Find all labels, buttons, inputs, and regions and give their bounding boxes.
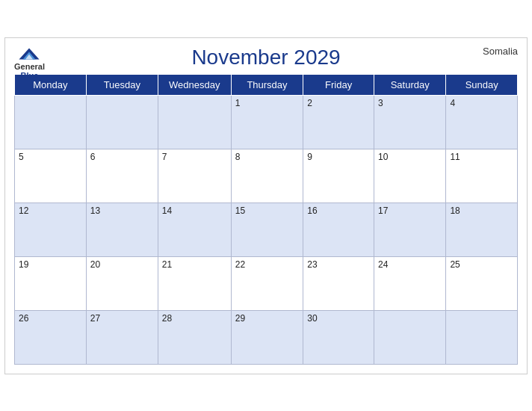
day-number: 16 [307,206,317,216]
calendar-cell: 6 [86,149,158,203]
day-number: 12 [19,206,28,216]
header-tuesday: Tuesday [86,74,158,95]
day-number: 7 [162,152,167,162]
calendar-cell: 27 [86,310,158,364]
calendar-cell: 20 [86,256,158,310]
day-number: 10 [378,152,388,162]
day-number: 22 [235,259,245,270]
day-number: 6 [90,152,96,162]
calendar-cell: 7 [158,149,231,203]
calendar-week-3: 19202122232425 [15,256,518,310]
calendar-table: Monday Tuesday Wednesday Thursday Friday… [14,74,518,365]
day-number: 9 [307,152,312,162]
logo-icon [16,46,43,62]
calendar-week-4: 2627282930 [15,310,518,364]
day-number: 28 [162,313,172,324]
day-number: 3 [378,98,383,108]
calendar-cell: 24 [374,256,446,310]
calendar-cell: 11 [446,149,518,203]
calendar-cell: 28 [158,310,231,364]
calendar: General Blue November 2029 Somalia Monda… [4,37,528,374]
calendar-cell: 21 [158,256,231,310]
day-number: 20 [90,259,100,270]
calendar-cell: 8 [231,149,303,203]
header-friday: Friday [303,74,374,95]
calendar-cell: 16 [303,203,374,256]
header-saturday: Saturday [374,74,446,95]
header-thursday: Thursday [231,74,303,95]
day-number: 29 [235,313,245,324]
calendar-cell: 4 [446,95,518,149]
calendar-cell: 26 [15,310,87,364]
calendar-cell: 18 [446,203,518,256]
day-number: 23 [307,259,317,270]
day-number: 27 [90,313,100,324]
day-number: 8 [235,152,241,162]
day-number: 17 [378,206,388,216]
day-number: 14 [162,206,172,216]
country-label: Somalia [483,46,518,57]
day-number: 15 [235,206,245,216]
calendar-cell: 15 [231,203,303,256]
calendar-cell: 30 [303,310,374,364]
calendar-week-2: 12131415161718 [15,203,518,256]
calendar-week-0: 1234 [15,95,518,149]
logo: General Blue [14,46,45,80]
calendar-cell: 19 [15,256,87,310]
logo-text-general: General [14,62,45,71]
day-number: 2 [307,98,312,108]
day-number: 25 [450,259,460,270]
day-number: 1 [235,98,241,108]
calendar-cell: 3 [374,95,446,149]
calendar-header: General Blue November 2029 Somalia [14,46,518,69]
calendar-cell: 23 [303,256,374,310]
calendar-cell: 2 [303,95,374,149]
day-number: 24 [378,259,388,270]
day-number: 21 [162,259,172,270]
calendar-cell: 9 [303,149,374,203]
day-number: 30 [307,313,317,324]
calendar-body: 1234567891011121314151617181920212223242… [15,95,518,364]
calendar-cell [15,95,87,149]
calendar-thead: Monday Tuesday Wednesday Thursday Friday… [15,74,518,95]
calendar-cell: 5 [15,149,87,203]
day-number: 11 [450,152,460,162]
calendar-cell [86,95,158,149]
day-number: 18 [450,206,460,216]
logo-text-blue: Blue [21,71,39,80]
calendar-week-1: 567891011 [15,149,518,203]
calendar-cell [446,310,518,364]
calendar-cell [374,310,446,364]
day-number: 26 [19,313,28,324]
day-number: 4 [450,98,455,108]
calendar-cell: 10 [374,149,446,203]
calendar-cell: 22 [231,256,303,310]
calendar-cell: 29 [231,310,303,364]
day-number: 19 [19,259,28,270]
day-number: 5 [19,152,24,162]
calendar-cell: 12 [15,203,87,256]
calendar-cell: 17 [374,203,446,256]
calendar-cell: 1 [231,95,303,149]
day-number: 13 [90,206,100,216]
calendar-cell: 25 [446,256,518,310]
weekday-header-row: Monday Tuesday Wednesday Thursday Friday… [15,74,518,95]
header-sunday: Sunday [446,74,518,95]
calendar-cell: 14 [158,203,231,256]
calendar-cell: 13 [86,203,158,256]
calendar-cell [158,95,231,149]
header-wednesday: Wednesday [158,74,231,95]
calendar-title: November 2029 [191,46,340,69]
